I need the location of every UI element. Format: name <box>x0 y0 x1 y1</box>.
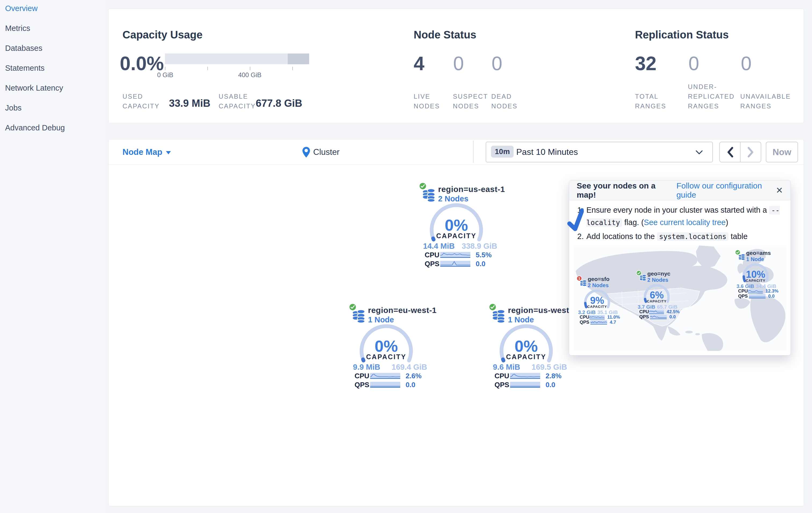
total-value: 169.5 GiB <box>531 363 567 372</box>
sidebar-item-metrics[interactable]: Metrics <box>0 22 105 34</box>
blue-check-icon <box>566 208 586 233</box>
close-icon[interactable]: ✕ <box>776 185 783 195</box>
total-value: 169.4 GiB <box>392 363 427 372</box>
qps-row: QPS 0.0 <box>639 315 679 319</box>
step2-text-a: Add locations to the <box>586 232 657 241</box>
qps-row: QPS 4.7 <box>580 320 620 325</box>
time-range-select[interactable]: 10m Past 10 Minutes <box>486 142 713 162</box>
healthy-check-icon <box>735 249 741 255</box>
qps-sparkline <box>650 315 667 319</box>
sidebar-item-statements[interactable]: Statements <box>0 62 105 74</box>
qps-value: 0.0 <box>476 260 485 268</box>
usable-capacity-label-line2: CAPACITY <box>219 103 256 110</box>
cpu-label: CPU <box>639 309 649 315</box>
unavailable-count: 0 <box>741 52 752 75</box>
toolbar-divider <box>473 141 473 163</box>
time-range-label: Past 10 Minutes <box>516 147 578 157</box>
configuration-guide-link[interactable]: Follow our configuration guide <box>676 181 776 199</box>
mini-region-title: geo=ams <box>746 250 771 256</box>
qps-row: QPS 0.0 <box>738 294 778 298</box>
capacity-values: 9.9 MiB 169.4 GiB <box>353 363 427 372</box>
qps-label: QPS <box>580 320 590 325</box>
axis-tick-label: 400 GiB <box>234 71 266 79</box>
healthy-check-icon <box>349 303 357 311</box>
cpu-sparkline <box>649 310 664 314</box>
step1-text-b: flag. ( <box>622 218 644 227</box>
breadcrumb[interactable]: Cluster <box>302 139 340 165</box>
qps-sparkline <box>370 382 400 388</box>
qps-label: QPS <box>639 314 650 320</box>
used-capacity-value: 33.9 MiB <box>169 98 210 109</box>
sidebar-item-advanced-debug[interactable]: Advanced Debug <box>0 122 105 134</box>
warning-count: 1 <box>576 276 582 281</box>
now-button[interactable]: Now <box>766 142 798 162</box>
cpu-label: CPU <box>494 372 510 380</box>
qps-value: 4.7 <box>610 320 616 325</box>
region-group-eu-west-1[interactable]: region=eu-west-1 1 Node 0% CAPACITY 9.9 … <box>349 303 430 392</box>
warning-count-badge: 1 <box>576 276 582 281</box>
cpu-value: 12.3% <box>765 289 778 294</box>
mini-region-geo-ams: geo=ams 1 Node 10% CAPACITY 3.6 GiB 34.4… <box>735 249 778 298</box>
qps-label: QPS <box>738 294 749 299</box>
cpu-row: CPU 42.5% <box>639 309 679 314</box>
cluster-summary-panel: Capacity Usage 0.0% 0 GiB 400 GiB USED C… <box>108 8 804 123</box>
qps-row: QPS 0.0 <box>354 381 431 388</box>
cpu-sparkline <box>370 373 400 379</box>
cpu-value: 2.8% <box>546 372 561 380</box>
locality-tree-link[interactable]: See current locality tree <box>644 218 726 227</box>
under-replicated-count: 0 <box>689 52 699 75</box>
qps-sparkline <box>510 382 540 388</box>
mini-region-geo-nyc: geo=nyc 2 Nodes 6% CAPACITY 3.7 GiB 65.7… <box>636 270 679 319</box>
qps-value: 0.0 <box>546 381 555 389</box>
mini-region-title: geo=sfo <box>588 276 609 282</box>
cpu-value: 5.5% <box>476 251 492 259</box>
live-nodes-label: LIVE NODES <box>414 92 440 111</box>
region-title: region=us-east-1 <box>438 185 505 194</box>
system-locations-code: system.locations <box>657 232 728 241</box>
dead-label-line1: DEAD <box>491 93 512 100</box>
cpu-label: CPU <box>738 289 748 294</box>
region-group-us-east-1[interactable]: region=us-east-1 2 Nodes 0% CAPACITY 14.… <box>419 183 500 271</box>
sidebar-item-overview[interactable]: Overview <box>0 2 105 15</box>
cpu-label: CPU <box>580 315 589 320</box>
next-time-button[interactable] <box>741 142 761 162</box>
prev-time-button[interactable] <box>720 142 741 162</box>
capacity-values: 14.4 MiB 338.9 GiB <box>423 242 497 250</box>
suspect-label-line1: SUSPECT <box>453 93 488 100</box>
used-value: 9.6 MiB <box>493 363 520 372</box>
qps-sparkline <box>590 320 607 325</box>
cpu-row: CPU 2.8% <box>494 372 571 379</box>
qps-label: QPS <box>494 381 510 389</box>
breadcrumb-label: Cluster <box>313 147 340 157</box>
unavailable-line1: UNAVAILABLE <box>740 93 791 100</box>
under-replicated-label: UNDER- REPLICATED RANGES <box>688 82 735 111</box>
live-nodes-count: 4 <box>414 52 425 75</box>
view-selector-dropdown[interactable]: Node Map <box>122 139 171 165</box>
used-value: 14.4 MiB <box>423 242 455 250</box>
example-node-map: 1 geo=sfo 2 Nodes 9% CAPACITY 3.2 GiB 35… <box>574 245 787 351</box>
total-ranges-line1: TOTAL <box>635 93 659 100</box>
capacity-usage-title: Capacity Usage <box>122 29 203 41</box>
used-capacity-label-line2: CAPACITY <box>122 103 160 110</box>
cpu-value: 11.0% <box>607 315 620 320</box>
sidebar: Overview Metrics Databases Statements Ne… <box>0 0 105 513</box>
region-group-us-west-1[interactable]: region=us-west-1 1 Node 0% CAPACITY 9.6 … <box>489 303 570 392</box>
healthy-check-icon <box>419 182 427 190</box>
sidebar-item-network-latency[interactable]: Network Latency <box>0 82 105 94</box>
live-label-line1: LIVE <box>414 93 430 100</box>
usable-capacity-value: 677.8 GiB <box>256 98 302 109</box>
cpu-row: CPU 12.3% <box>738 289 778 293</box>
mini-region-title: geo=nyc <box>647 270 670 277</box>
total-ranges-label: TOTAL RANGES <box>635 92 666 111</box>
cpu-sparkline <box>589 315 604 319</box>
gauge-capacity-label: CAPACITY <box>741 278 771 282</box>
cpu-sparkline <box>440 252 470 258</box>
region-title: region=us-west-1 <box>508 306 577 315</box>
dead-nodes-label: DEAD NODES <box>491 92 518 111</box>
under-replicated-line0: UNDER- <box>688 83 717 90</box>
sidebar-item-jobs[interactable]: Jobs <box>0 102 105 114</box>
capacity-values: 9.6 MiB 169.5 GiB <box>493 363 567 372</box>
healthy-check-icon <box>489 303 497 311</box>
under-replicated-line1: REPLICATED <box>688 93 735 100</box>
sidebar-item-databases[interactable]: Databases <box>0 42 105 54</box>
